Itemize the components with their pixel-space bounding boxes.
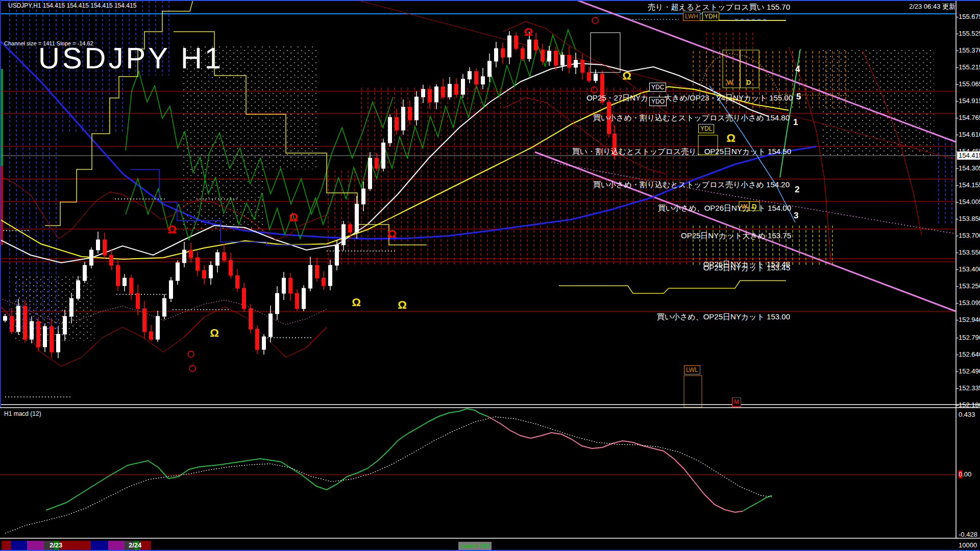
price-axis-tick: [956, 135, 959, 135]
price-axis-label: 155.370: [959, 46, 980, 54]
symbol-watermark: USDJPY H1: [38, 41, 224, 75]
price-axis-label: 153.400: [959, 265, 980, 273]
marker-tag-ydc: YDC: [649, 83, 666, 92]
price-axis-tick: [956, 371, 959, 372]
price-axis-tick: [956, 320, 959, 320]
symbol-ohlc-readout: USDJPY,H1 154.415 154.415 154.415 154.41…: [8, 2, 136, 9]
price-axis-tick: [956, 101, 959, 102]
price-axis-tick: [956, 118, 959, 118]
marker-tag-ydh: YDH: [702, 12, 719, 21]
price-axis-label: 152.490: [959, 367, 980, 375]
line-number-label: 1: [793, 117, 798, 128]
price-axis-tick: [956, 355, 959, 355]
price-axis-label: 153.095: [959, 299, 980, 307]
price-axis-label: 153.550: [959, 248, 980, 256]
marker-tag-ydl: YDL: [698, 124, 714, 133]
macd-indicator-layer: [0, 409, 955, 533]
price-axis-label: 155.215: [959, 63, 980, 71]
level-annotation: OP25日NYカット大きめ 153.75: [681, 231, 791, 241]
price-axis-tick: [956, 286, 959, 287]
level-annotation: 買い・割り込むとストップロス売り、OP25日NYカット 154.50: [572, 147, 791, 157]
price-axis-tick: [956, 34, 959, 34]
macd-panel-label: H1 macd (12): [4, 410, 41, 417]
level-annotation: 買い小さめ、OP25日NYカット 153.00: [657, 312, 790, 322]
price-axis-tick: [956, 253, 959, 253]
line-number-label: 2: [795, 185, 799, 195]
price-axis-label: 155.675: [959, 13, 980, 20]
line-number-label: 4: [795, 64, 800, 74]
macd-axis-max: 0.433: [959, 411, 975, 418]
time-bar-segment: [2, 541, 11, 550]
price-axis-label: 152.335: [959, 384, 980, 392]
date-label-2: 2/24: [129, 541, 141, 549]
macd-axis-zero: 0.00: [959, 470, 971, 478]
time-bar-segment: [60, 541, 91, 550]
svg-text:Ω: Ω: [387, 228, 397, 240]
time-bar-segment: [91, 541, 108, 550]
price-axis-label: 155.525: [959, 30, 980, 37]
price-axis-label: 154.005: [959, 198, 980, 206]
price-axis-tick: [956, 388, 959, 389]
yellow-step-right: [559, 281, 786, 293]
line-number-label: 5: [796, 92, 801, 102]
price-axis-tick: [956, 84, 959, 85]
svg-text:Ω: Ω: [210, 327, 219, 339]
price-axis-tick: [956, 303, 959, 304]
time-bar-segment: [27, 541, 44, 550]
trading-chart-window: ΩΩΩΩΩΩΩΩΩ USDJPY,H1 154.415 154.415 154.…: [0, 0, 980, 551]
price-axis-tick: [956, 185, 959, 186]
svg-text:Ω: Ω: [352, 296, 361, 309]
price-axis-tick: [956, 219, 959, 219]
volume-scale-label: 10000: [959, 541, 977, 549]
price-axis-label: 152.180: [959, 401, 980, 409]
marker-tag-lwl: LWL: [684, 365, 700, 374]
price-axis-tick: [956, 405, 959, 406]
marker-tag-m: M: [732, 397, 741, 407]
pivot-label-d: D: [746, 79, 751, 86]
pivot-label-w: W: [741, 203, 747, 210]
price-axis-label: 153.850: [959, 215, 980, 222]
price-axis-label: 154.610: [959, 131, 980, 138]
price-axis-label: 152.790: [959, 334, 980, 341]
pivot-label-d: D: [752, 203, 756, 210]
svg-text:Ω: Ω: [524, 26, 533, 38]
level-annotation: 買い小さめ・割り込むとストップロス売り小さめ 154.20: [593, 180, 790, 190]
date-label-1: 2/23: [50, 541, 62, 549]
marker-tag-ydo: YDO: [649, 97, 667, 106]
last-updated-timestamp: 2/23 06:43 更新: [909, 2, 955, 11]
chart-canvas: ΩΩΩΩΩΩΩΩΩ: [0, 0, 980, 540]
time-bar-segment: [141, 541, 151, 550]
time-bar-segment: [11, 541, 27, 550]
chart-left-border: [0, 0, 1, 407]
level-annotation: 買い小さめ・割り込むとストップロス売り小さめ 154.80: [593, 113, 790, 123]
price-axis-tick: [956, 17, 959, 17]
price-axis-tick: [956, 168, 959, 169]
price-axis-tick: [956, 67, 959, 68]
price-axis-label: 155.065: [959, 80, 980, 88]
macd-axis-min: -0.428: [959, 531, 977, 538]
svg-text:Ω: Ω: [398, 298, 407, 311]
svg-text:Ω: Ω: [167, 223, 177, 236]
time-bar-segment: [108, 541, 125, 550]
level-annotation: OP25・27日NYカット大きめ/OP23・24日NYカット 155.00: [586, 93, 793, 103]
price-axis-tick: [956, 269, 959, 270]
window-top-border: [0, 0, 980, 1]
line-number-label: 3: [794, 211, 798, 221]
svg-text:Ω: Ω: [289, 211, 298, 223]
price-axis-label: 152.640: [959, 350, 980, 358]
price-axis-label: 154.155: [959, 181, 980, 189]
level-annotation: OP25日NYカット 153.45: [703, 263, 790, 273]
price-axis-label: 153.250: [959, 282, 980, 290]
level-annotation: 買い小さめ、OP26日NYカット 154.00: [658, 204, 791, 213]
price-axis-tick: [956, 338, 959, 338]
price-axis-label: 154.915: [959, 97, 980, 105]
macd-toggle-button[interactable]: macd ON: [458, 542, 492, 550]
price-axis-label: 154.305: [959, 164, 980, 172]
svg-text:Ω: Ω: [726, 132, 736, 144]
pivot-label-w: W: [727, 79, 733, 86]
current-price-badge: 154.415: [957, 152, 980, 160]
price-axis-tick: [956, 202, 959, 203]
price-axis-label: 152.940: [959, 316, 980, 323]
price-axis-label: 153.700: [959, 232, 980, 239]
price-axis-tick: [956, 51, 959, 51]
